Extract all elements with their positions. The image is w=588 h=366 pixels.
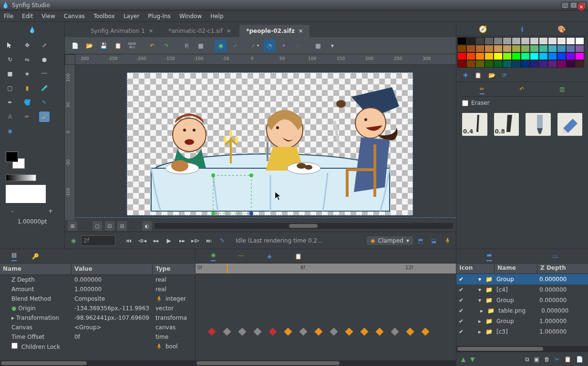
close-icon[interactable]: ✕ (149, 28, 153, 34)
copy-layer-button[interactable]: 📋 (564, 356, 571, 363)
layer-visibility-checkbox[interactable]: ✔ (456, 307, 466, 314)
group-layer-button[interactable]: ▣ (534, 356, 539, 363)
keyframe[interactable] (345, 328, 353, 336)
layer-expand-toggle[interactable]: ▸ (466, 307, 485, 314)
palette-swatch[interactable] (566, 37, 575, 45)
canvas-scrollbar[interactable] (155, 223, 453, 229)
palette-swatch[interactable] (503, 60, 512, 68)
rotate-tool[interactable]: ↻ (5, 54, 15, 65)
palette-swatch[interactable] (512, 45, 521, 52)
animate-toggle-button[interactable]: 🧍 (442, 235, 453, 246)
palette-swatch[interactable] (557, 37, 566, 45)
palette-swatch[interactable] (557, 52, 566, 60)
palette-swatch[interactable] (457, 37, 466, 45)
seek-prev-kf-button[interactable]: ⧏◂ (136, 235, 148, 246)
transform-tool[interactable] (5, 40, 15, 51)
palette-swatch[interactable] (566, 45, 575, 52)
smooth-move-tool[interactable]: ✥ (22, 40, 32, 51)
keyframe[interactable] (391, 328, 399, 336)
palette-swatch[interactable] (539, 52, 548, 60)
palette-swatch[interactable] (466, 37, 475, 45)
palette-swatch[interactable] (575, 37, 584, 45)
palette-swatch[interactable] (566, 60, 575, 68)
metadata-tab[interactable]: 📋 (295, 253, 302, 260)
delete-layer-button[interactable]: 🗑 (544, 356, 550, 363)
palette-swatch[interactable] (512, 37, 521, 45)
draw-tool[interactable]: ✎ (39, 97, 50, 108)
keyframe[interactable] (315, 328, 323, 336)
duck-vertex-button[interactable]: ⟋• (249, 40, 261, 52)
low-res-button[interactable]: ▢ (93, 221, 102, 231)
duck-width-button[interactable]: ◔ (263, 40, 276, 52)
cutout-tool[interactable]: ◉ (5, 126, 15, 136)
timetrack-tab[interactable]: ◉ (211, 252, 216, 261)
param-row[interactable]: ▸ Transformation-98.962441px,-107.69609t… (0, 313, 195, 323)
maximize-button[interactable]: □ (570, 2, 578, 9)
scale-tool[interactable]: ⤢ (39, 40, 50, 51)
ruler-horizontal[interactable]: -300 -250 -200 -150 -100 -50 0 50 100 15… (75, 54, 456, 65)
col-type[interactable]: Type (153, 264, 195, 274)
keyframe[interactable] (238, 328, 247, 336)
keyframe[interactable] (361, 328, 369, 336)
duplicate-layer-button[interactable]: ⧉ (525, 356, 529, 363)
timeline-body[interactable] (196, 274, 456, 360)
seek-start-button[interactable]: ⏮ (123, 235, 134, 246)
render-button[interactable]: ⎘ (180, 40, 193, 52)
menu-help[interactable]: Help (210, 13, 223, 20)
line-width-value[interactable]: 1.00000pt (6, 216, 59, 227)
col-value[interactable]: Value (72, 264, 153, 274)
sets-tab[interactable]: ▥ (559, 86, 565, 94)
layer-row[interactable]: ✔▾📁[c4]0.000000 (456, 285, 588, 295)
brush-preset-3[interactable] (557, 113, 583, 136)
keyframe[interactable] (254, 328, 262, 336)
palette-swatch[interactable] (548, 60, 557, 68)
interpolation-dropdown[interactable]: ◆ Clamped ▾ (367, 236, 413, 245)
menu-window[interactable]: Window (179, 13, 202, 20)
zoom-out[interactable]: - (11, 208, 13, 214)
star-tool[interactable]: ★ (22, 69, 32, 79)
preview-button[interactable]: ▦ (195, 40, 207, 52)
grid-snap-button[interactable]: ⊡ (105, 221, 114, 231)
navigator-tab[interactable]: 🧭 (479, 25, 487, 33)
palette-swatch[interactable] (530, 52, 539, 60)
layer-expand-toggle[interactable]: ▾ (466, 297, 483, 304)
redo-button[interactable]: ↷ (160, 40, 173, 52)
palette-swatch[interactable] (539, 45, 548, 52)
paste-layer-button[interactable]: 📄 (576, 356, 583, 363)
param-row[interactable]: Children Lock🧍 bool (0, 342, 195, 351)
ruler-vertical[interactable]: 100 50 0 -50 -100 (65, 65, 75, 220)
duck-tangent-button[interactable]: ⟋ (229, 40, 241, 52)
circle-tool[interactable]: ● (39, 54, 50, 65)
keyframes-tab[interactable]: ◈ (267, 253, 271, 260)
layers-scrollbar[interactable] (456, 346, 588, 352)
param-row[interactable]: ● Origin-134.369356px,-111.9963vector (0, 304, 195, 313)
keyframe-lock-future-button[interactable]: ⬓ (428, 235, 440, 246)
palette-swatch[interactable] (475, 52, 485, 60)
cut-layer-button[interactable]: ✂ (555, 356, 559, 363)
keyframe[interactable] (406, 328, 414, 336)
palette-swatch[interactable] (539, 37, 548, 45)
library-tab[interactable]: ▭ (552, 253, 557, 260)
polygon-tool[interactable]: ▢ (5, 83, 15, 93)
palette-swatch[interactable] (575, 45, 584, 52)
palette-swatch[interactable] (494, 60, 503, 68)
palette-swatch[interactable] (485, 45, 494, 52)
duck-origin-button[interactable]: ⟋ (292, 40, 304, 52)
palette-swatch[interactable] (548, 37, 557, 45)
more-options-button[interactable]: ▾ (326, 40, 339, 52)
undo-button[interactable]: ↶ (146, 40, 158, 52)
layer-expand-toggle[interactable]: ▸ (466, 328, 483, 335)
palette-swatch[interactable] (530, 45, 539, 52)
palette-swatch[interactable] (485, 37, 494, 45)
menu-toolbox[interactable]: Toolbox (93, 13, 115, 20)
palette-tab[interactable]: 🎨 (557, 25, 566, 33)
palette-swatch[interactable] (530, 37, 539, 45)
layer-expand-toggle[interactable]: ▸ (466, 318, 483, 325)
guide-line[interactable] (75, 217, 456, 218)
menu-file[interactable]: File (4, 13, 13, 20)
palette-swatch[interactable] (494, 37, 503, 45)
layer-visibility-checkbox[interactable]: ✔ (456, 286, 466, 293)
save-button[interactable]: 💾 (97, 40, 110, 52)
layer-visibility-checkbox[interactable]: ✔ (456, 318, 466, 325)
seek-next-kf-button[interactable]: ▸⧐ (190, 235, 201, 246)
